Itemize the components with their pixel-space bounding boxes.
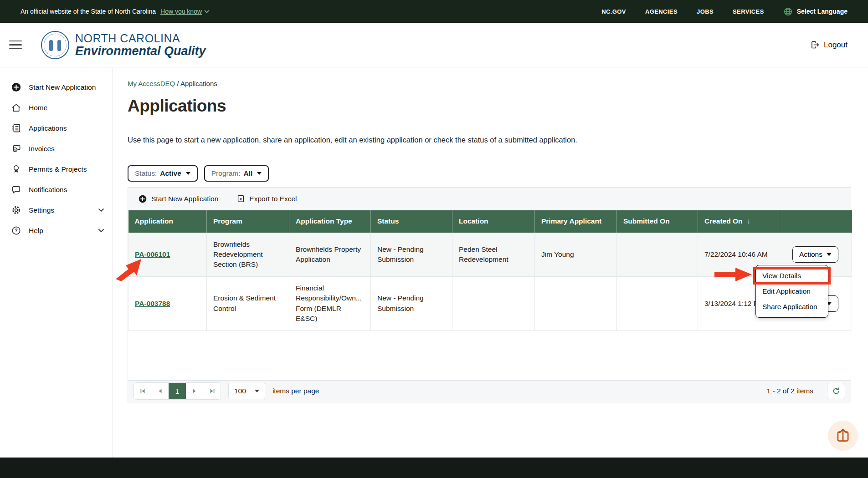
filters-row: Status: Active Program: All — [128, 165, 868, 182]
applications-table: Application Program Application Type Sta… — [128, 210, 852, 331]
export-to-excel-button[interactable]: x Export to Excel — [236, 194, 297, 203]
official-bar: An official website of the State of Nort… — [0, 0, 868, 23]
actions-dropdown-menu: View Details Edit Application Share Appl… — [755, 265, 828, 318]
column-header-primary-applicant[interactable]: Primary Applicant — [535, 210, 617, 233]
actions-dropdown-button[interactable]: Actions — [792, 246, 838, 263]
page-description: Use this page to start a new application… — [128, 136, 868, 144]
invoices-icon: $ — [11, 143, 21, 154]
sidebar-item-start-new-application[interactable]: Start New Application — [0, 77, 113, 97]
cell-submitted-on — [617, 233, 698, 276]
next-page-button[interactable] — [186, 383, 203, 399]
cell-status: New - Pending Submission — [371, 276, 452, 331]
column-header-location[interactable]: Location — [452, 210, 535, 233]
caret-down-icon — [827, 253, 832, 256]
menu-item-edit-application[interactable]: Edit Application — [756, 284, 828, 299]
pagination-range-label: 1 - 2 of 2 items — [766, 387, 813, 395]
column-header-status[interactable]: Status — [371, 210, 452, 233]
page-title: Applications — [128, 97, 868, 116]
sort-descending-icon: ↓ — [747, 217, 751, 225]
status-filter-dropdown[interactable]: Status: Active — [128, 165, 198, 182]
breadcrumb-my-accessdeq[interactable]: My AccessDEQ — [128, 80, 175, 87]
hamburger-menu-icon[interactable] — [9, 41, 22, 50]
column-header-actions — [779, 210, 852, 233]
breadcrumb: My AccessDEQ / Applications — [128, 80, 868, 87]
topnav-link-services[interactable]: SERVICES — [733, 8, 764, 15]
select-language-button[interactable]: Select Language — [783, 7, 847, 16]
caret-down-icon — [257, 172, 262, 175]
plus-circle-icon — [138, 194, 147, 203]
sidebar-item-help[interactable]: ? Help — [0, 220, 113, 241]
applications-table-card: Start New Application x Export to Excel … — [128, 187, 851, 402]
breadcrumb-current: Applications — [180, 80, 217, 87]
excel-icon: x — [236, 194, 245, 203]
how-you-know-link[interactable]: How you know — [160, 8, 210, 15]
pagination-bar: 1 100 items per page 1 - 2 of 2 items — [128, 380, 851, 402]
start-new-application-button[interactable]: Start New Application — [138, 194, 218, 203]
svg-text:$: $ — [14, 148, 16, 152]
cell-program: Erosion & Sediment Control — [207, 276, 289, 331]
sidebar: Start New Application Home Applications … — [0, 68, 113, 458]
table-header-row: Application Program Application Type Sta… — [128, 210, 852, 233]
svg-text:x: x — [240, 197, 242, 201]
first-page-button[interactable] — [134, 383, 151, 399]
column-header-program[interactable]: Program — [207, 210, 289, 233]
menu-item-view-details[interactable]: View Details — [756, 268, 828, 284]
table-toolbar: Start New Application x Export to Excel — [128, 188, 851, 210]
sidebar-item-permits-projects[interactable]: Permits & Projects — [0, 159, 113, 179]
chevron-down-icon — [98, 208, 104, 212]
help-icon: ? — [11, 225, 21, 236]
sidebar-item-home[interactable]: Home — [0, 97, 113, 118]
chevron-down-icon — [204, 10, 210, 13]
menu-item-share-application[interactable]: Share Application — [756, 299, 828, 315]
cell-primary-applicant — [535, 276, 617, 331]
application-link-pa-003788[interactable]: PA-003788 — [135, 300, 170, 307]
page-footer — [0, 458, 868, 478]
column-header-application-type[interactable]: Application Type — [289, 210, 371, 233]
cell-application-type: Financial Responsibility/Own... Form (DE… — [289, 276, 371, 331]
last-page-icon — [209, 388, 216, 394]
caret-down-icon — [186, 172, 190, 175]
column-header-created-on[interactable]: Created On↓ — [698, 210, 779, 233]
nc-state-seal — [41, 31, 69, 59]
table-row: PA-006101 Brownfields Redevelopment Sect… — [128, 233, 852, 276]
plus-circle-icon — [11, 82, 21, 92]
page-1-button[interactable]: 1 — [169, 383, 186, 399]
column-header-submitted-on[interactable]: Submitted On — [617, 210, 698, 233]
logout-icon — [810, 40, 820, 50]
breadcrumb-separator: / — [177, 80, 180, 87]
items-per-page-label: items per page — [272, 387, 319, 395]
column-header-application[interactable]: Application — [128, 210, 207, 233]
deq-logo[interactable]: NORTH CAROLINA Environmental Quality — [41, 31, 206, 59]
application-link-pa-006101[interactable]: PA-006101 — [135, 250, 170, 258]
first-page-icon — [139, 388, 146, 394]
permits-icon — [11, 164, 21, 174]
cell-program: Brownfields Redevelopment Section (BRS) — [207, 233, 289, 276]
topnav-link-ncgov[interactable]: NC.GOV — [601, 8, 626, 15]
brand-line2: Environmental Quality — [75, 44, 206, 58]
sidebar-item-notifications[interactable]: Notifications — [0, 179, 113, 200]
logout-button[interactable]: Logout — [810, 40, 847, 50]
program-filter-dropdown[interactable]: Program: All — [204, 165, 269, 182]
sidebar-item-invoices[interactable]: $ Invoices — [0, 138, 113, 159]
topnav-link-jobs[interactable]: JOBS — [697, 8, 714, 15]
cell-location: Peden Steel Redevelopment — [452, 233, 535, 276]
cell-location — [452, 276, 535, 331]
svg-text:?: ? — [15, 228, 17, 233]
topnav-link-agencies[interactable]: AGENCIES — [645, 8, 678, 15]
sidebar-item-settings[interactable]: Settings — [0, 200, 113, 220]
chevron-down-icon — [98, 229, 104, 233]
previous-page-button[interactable] — [151, 383, 169, 399]
home-icon — [11, 102, 21, 113]
caret-down-icon — [255, 390, 259, 392]
next-page-icon — [192, 388, 197, 394]
refresh-button[interactable] — [827, 383, 845, 399]
official-bar-text: An official website of the State of Nort… — [21, 8, 156, 15]
settings-gear-icon — [11, 205, 21, 215]
refresh-icon — [832, 387, 840, 395]
share-fab-button[interactable] — [828, 421, 858, 451]
items-per-page-select[interactable]: 100 — [228, 383, 265, 399]
brand-line1: NORTH CAROLINA — [75, 32, 206, 45]
last-page-button[interactable] — [203, 383, 221, 399]
sidebar-item-applications[interactable]: Applications — [0, 118, 113, 138]
table-row: PA-003788 Erosion & Sediment Control Fin… — [128, 276, 852, 331]
